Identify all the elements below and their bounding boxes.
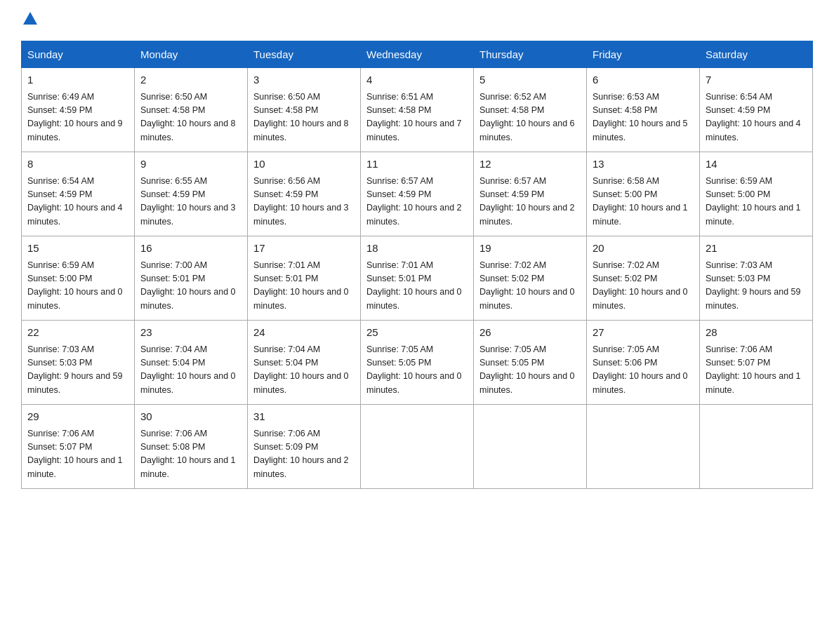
day-number: 15 xyxy=(27,241,128,257)
day-number: 6 xyxy=(593,72,694,88)
calendar-day-cell: 7Sunrise: 6:54 AMSunset: 4:59 PMDaylight… xyxy=(700,68,813,152)
day-number: 2 xyxy=(140,72,241,88)
day-info: Sunrise: 6:52 AMSunset: 4:58 PMDaylight:… xyxy=(479,92,575,142)
calendar-day-cell: 25Sunrise: 7:05 AMSunset: 5:05 PMDayligh… xyxy=(361,321,474,405)
day-info: Sunrise: 7:01 AMSunset: 5:01 PMDaylight:… xyxy=(366,260,462,311)
calendar-day-cell xyxy=(700,405,813,489)
day-info: Sunrise: 6:56 AMSunset: 4:59 PMDaylight:… xyxy=(253,176,349,227)
day-number: 20 xyxy=(593,241,694,257)
day-of-week-header: Saturday xyxy=(700,41,813,68)
day-info: Sunrise: 6:49 AMSunset: 4:59 PMDaylight:… xyxy=(27,92,123,142)
calendar-day-cell: 10Sunrise: 6:56 AMSunset: 4:59 PMDayligh… xyxy=(248,152,361,236)
calendar-day-cell: 23Sunrise: 7:04 AMSunset: 5:04 PMDayligh… xyxy=(135,321,248,405)
day-number: 5 xyxy=(479,72,581,88)
calendar-day-cell: 3Sunrise: 6:50 AMSunset: 4:58 PMDaylight… xyxy=(248,68,361,152)
day-number: 21 xyxy=(706,241,807,257)
day-info: Sunrise: 7:06 AMSunset: 5:07 PMDaylight:… xyxy=(27,429,123,479)
calendar-day-cell: 20Sunrise: 7:02 AMSunset: 5:02 PMDayligh… xyxy=(587,236,700,321)
calendar-day-cell: 11Sunrise: 6:57 AMSunset: 4:59 PMDayligh… xyxy=(361,152,474,236)
day-info: Sunrise: 6:57 AMSunset: 4:59 PMDaylight:… xyxy=(366,176,462,227)
day-info: Sunrise: 6:58 AMSunset: 5:00 PMDaylight:… xyxy=(593,176,688,227)
calendar-day-cell: 9Sunrise: 6:55 AMSunset: 4:59 PMDaylight… xyxy=(135,152,248,236)
day-info: Sunrise: 6:57 AMSunset: 4:59 PMDaylight:… xyxy=(479,176,575,227)
day-of-week-header: Tuesday xyxy=(248,41,361,68)
day-number: 25 xyxy=(366,325,468,341)
day-number: 8 xyxy=(27,156,128,173)
day-number: 17 xyxy=(253,241,355,257)
calendar-week-row: 22Sunrise: 7:03 AMSunset: 5:03 PMDayligh… xyxy=(22,321,813,405)
day-of-week-header: Sunday xyxy=(22,41,135,68)
day-info: Sunrise: 7:02 AMSunset: 5:02 PMDaylight:… xyxy=(479,260,575,311)
day-info: Sunrise: 7:05 AMSunset: 5:05 PMDaylight:… xyxy=(479,344,575,395)
calendar-week-row: 29Sunrise: 7:06 AMSunset: 5:07 PMDayligh… xyxy=(22,405,813,489)
calendar-day-cell: 4Sunrise: 6:51 AMSunset: 4:58 PMDaylight… xyxy=(361,68,474,152)
day-info: Sunrise: 7:01 AMSunset: 5:01 PMDaylight:… xyxy=(253,260,349,311)
calendar-day-cell: 5Sunrise: 6:52 AMSunset: 4:58 PMDaylight… xyxy=(474,68,587,152)
day-number: 27 xyxy=(593,325,694,341)
calendar-day-cell: 29Sunrise: 7:06 AMSunset: 5:07 PMDayligh… xyxy=(22,405,135,489)
day-number: 19 xyxy=(479,241,581,257)
calendar-week-row: 1Sunrise: 6:49 AMSunset: 4:59 PMDaylight… xyxy=(22,68,813,152)
day-of-week-header: Thursday xyxy=(474,41,587,68)
day-number: 13 xyxy=(593,156,694,173)
day-number: 11 xyxy=(366,156,468,173)
calendar-day-cell: 16Sunrise: 7:00 AMSunset: 5:01 PMDayligh… xyxy=(135,236,248,321)
day-info: Sunrise: 7:00 AMSunset: 5:01 PMDaylight:… xyxy=(140,260,236,311)
calendar-day-cell: 8Sunrise: 6:54 AMSunset: 4:59 PMDaylight… xyxy=(22,152,135,236)
day-info: Sunrise: 6:59 AMSunset: 5:00 PMDaylight:… xyxy=(27,260,123,311)
day-info: Sunrise: 6:50 AMSunset: 4:58 PMDaylight:… xyxy=(140,92,236,142)
calendar-day-cell: 27Sunrise: 7:05 AMSunset: 5:06 PMDayligh… xyxy=(587,321,700,405)
calendar-day-cell: 2Sunrise: 6:50 AMSunset: 4:58 PMDaylight… xyxy=(135,68,248,152)
day-number: 24 xyxy=(253,325,355,341)
day-info: Sunrise: 6:54 AMSunset: 4:59 PMDaylight:… xyxy=(27,176,123,227)
calendar-header-row: SundayMondayTuesdayWednesdayThursdayFrid… xyxy=(22,41,813,68)
day-info: Sunrise: 7:06 AMSunset: 5:08 PMDaylight:… xyxy=(140,429,236,479)
day-info: Sunrise: 6:50 AMSunset: 4:58 PMDaylight:… xyxy=(253,92,349,142)
calendar-day-cell: 1Sunrise: 6:49 AMSunset: 4:59 PMDaylight… xyxy=(22,68,135,152)
calendar-day-cell: 28Sunrise: 7:06 AMSunset: 5:07 PMDayligh… xyxy=(700,321,813,405)
day-info: Sunrise: 7:05 AMSunset: 5:05 PMDaylight:… xyxy=(366,344,462,395)
day-info: Sunrise: 6:53 AMSunset: 4:58 PMDaylight:… xyxy=(593,92,688,142)
day-number: 10 xyxy=(253,156,355,173)
calendar-day-cell: 24Sunrise: 7:04 AMSunset: 5:04 PMDayligh… xyxy=(248,321,361,405)
logo-triangle-icon xyxy=(23,12,37,25)
day-info: Sunrise: 7:04 AMSunset: 5:04 PMDaylight:… xyxy=(140,344,236,395)
day-info: Sunrise: 6:59 AMSunset: 5:00 PMDaylight:… xyxy=(706,176,801,227)
day-info: Sunrise: 7:05 AMSunset: 5:06 PMDaylight:… xyxy=(593,344,688,395)
calendar-day-cell: 12Sunrise: 6:57 AMSunset: 4:59 PMDayligh… xyxy=(474,152,587,236)
day-info: Sunrise: 7:02 AMSunset: 5:02 PMDaylight:… xyxy=(593,260,688,311)
calendar-day-cell xyxy=(474,405,587,489)
calendar-day-cell xyxy=(361,405,474,489)
calendar-day-cell xyxy=(587,405,700,489)
day-info: Sunrise: 6:55 AMSunset: 4:59 PMDaylight:… xyxy=(140,176,236,227)
day-info: Sunrise: 7:06 AMSunset: 5:07 PMDaylight:… xyxy=(706,344,801,395)
day-info: Sunrise: 7:04 AMSunset: 5:04 PMDaylight:… xyxy=(253,344,349,395)
day-number: 30 xyxy=(140,409,241,425)
day-info: Sunrise: 7:03 AMSunset: 5:03 PMDaylight:… xyxy=(706,260,801,311)
logo xyxy=(21,14,37,27)
calendar-day-cell: 17Sunrise: 7:01 AMSunset: 5:01 PMDayligh… xyxy=(248,236,361,321)
day-number: 9 xyxy=(140,156,241,173)
day-number: 14 xyxy=(706,156,807,173)
day-number: 29 xyxy=(27,409,128,425)
calendar-day-cell: 13Sunrise: 6:58 AMSunset: 5:00 PMDayligh… xyxy=(587,152,700,236)
calendar-day-cell: 22Sunrise: 7:03 AMSunset: 5:03 PMDayligh… xyxy=(22,321,135,405)
calendar-day-cell: 18Sunrise: 7:01 AMSunset: 5:01 PMDayligh… xyxy=(361,236,474,321)
day-number: 23 xyxy=(140,325,241,341)
day-of-week-header: Friday xyxy=(587,41,700,68)
day-number: 28 xyxy=(706,325,807,341)
calendar-day-cell: 19Sunrise: 7:02 AMSunset: 5:02 PMDayligh… xyxy=(474,236,587,321)
calendar-day-cell: 30Sunrise: 7:06 AMSunset: 5:08 PMDayligh… xyxy=(135,405,248,489)
day-number: 31 xyxy=(253,409,355,425)
day-number: 12 xyxy=(479,156,581,173)
calendar-week-row: 8Sunrise: 6:54 AMSunset: 4:59 PMDaylight… xyxy=(22,152,813,236)
day-info: Sunrise: 6:51 AMSunset: 4:58 PMDaylight:… xyxy=(366,92,462,142)
day-of-week-header: Monday xyxy=(135,41,248,68)
day-info: Sunrise: 6:54 AMSunset: 4:59 PMDaylight:… xyxy=(706,92,801,142)
page-header xyxy=(21,14,813,27)
day-number: 18 xyxy=(366,241,468,257)
day-number: 3 xyxy=(253,72,355,88)
calendar-day-cell: 26Sunrise: 7:05 AMSunset: 5:05 PMDayligh… xyxy=(474,321,587,405)
day-number: 26 xyxy=(479,325,581,341)
day-number: 7 xyxy=(706,72,807,88)
